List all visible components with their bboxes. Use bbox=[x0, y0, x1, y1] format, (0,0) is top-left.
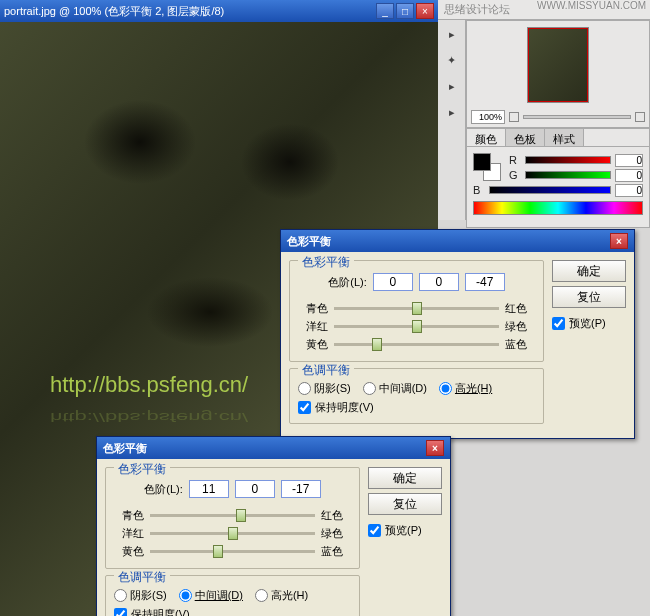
radio-shadows[interactable]: 阴影(S) bbox=[298, 381, 351, 396]
preserve-lum-checkbox[interactable] bbox=[298, 401, 311, 414]
radio-shadows[interactable]: 阴影(S) bbox=[114, 588, 167, 603]
levels-label: 色阶(L): bbox=[328, 275, 367, 290]
spectrum-strip[interactable] bbox=[473, 201, 643, 215]
slider-cr[interactable] bbox=[150, 514, 315, 517]
tab-color[interactable]: 颜色 bbox=[467, 129, 506, 146]
preview-checkbox[interactable]: 预览(P) bbox=[552, 316, 626, 331]
radio-highlights[interactable]: 高光(H) bbox=[439, 381, 492, 396]
level-input-2[interactable] bbox=[465, 273, 505, 291]
zoom-out-icon[interactable] bbox=[509, 112, 519, 122]
dialog-title: 色彩平衡 bbox=[103, 441, 147, 456]
level-input-1[interactable] bbox=[235, 480, 275, 498]
close-button[interactable]: × bbox=[416, 3, 434, 19]
preview-checkbox[interactable]: 预览(P) bbox=[368, 523, 442, 538]
color-balance-dialog-2: 色彩平衡 × 色彩平衡 色阶(L): 青色红色 洋红绿色 黄色蓝色 色调平衡 bbox=[96, 436, 451, 616]
tab-styles[interactable]: 样式 bbox=[545, 129, 584, 146]
slider-mg[interactable] bbox=[334, 325, 499, 328]
maximize-button[interactable]: □ bbox=[396, 3, 414, 19]
tone-balance-group: 色调平衡 阴影(S) 中间调(D) 高光(H) 保持明度(V) bbox=[105, 575, 360, 616]
slider-mg[interactable] bbox=[150, 532, 315, 535]
vertical-toolstrip: ▸ ✦ ▸ ▸ bbox=[438, 20, 466, 220]
dialog-title: 色彩平衡 bbox=[287, 234, 331, 249]
group-title: 色调平衡 bbox=[298, 362, 354, 379]
dialog-close-button[interactable]: × bbox=[426, 440, 444, 456]
minimize-button[interactable]: _ bbox=[376, 3, 394, 19]
ok-button[interactable]: 确定 bbox=[552, 260, 626, 282]
watermark-reflection: http://bbs.psfeng.cn/ bbox=[50, 409, 248, 425]
chevron-right-icon[interactable]: ▸ bbox=[444, 104, 460, 120]
radio-midtones[interactable]: 中间调(D) bbox=[363, 381, 427, 396]
slider-yb[interactable] bbox=[334, 343, 499, 346]
radio-midtones[interactable]: 中间调(D) bbox=[179, 588, 243, 603]
zoom-slider[interactable] bbox=[523, 115, 631, 119]
dialog-titlebar[interactable]: 色彩平衡 × bbox=[281, 230, 634, 252]
zoom-input[interactable] bbox=[471, 110, 505, 124]
preserve-lum-checkbox[interactable] bbox=[114, 608, 127, 616]
tab-swatches[interactable]: 色板 bbox=[506, 129, 545, 146]
doc-title: portrait.jpg @ 100% (色彩平衡 2, 图层蒙版/8) bbox=[4, 4, 224, 19]
levels-label: 色阶(L): bbox=[144, 482, 183, 497]
tone-balance-group: 色调平衡 阴影(S) 中间调(D) 高光(H) 保持明度(V) bbox=[289, 368, 544, 424]
navigator-panel bbox=[466, 20, 650, 128]
g-input[interactable] bbox=[615, 169, 643, 182]
dialog-close-button[interactable]: × bbox=[610, 233, 628, 249]
color-balance-dialog-1: 色彩平衡 × 色彩平衡 色阶(L): 青色红色 洋红绿色 黄色蓝色 色调平衡 bbox=[280, 229, 635, 439]
color-panel: 颜色 色板 样式 R G B bbox=[466, 128, 650, 228]
b-input[interactable] bbox=[615, 184, 643, 197]
doc-titlebar[interactable]: portrait.jpg @ 100% (色彩平衡 2, 图层蒙版/8) _ □… bbox=[0, 0, 438, 22]
ok-button[interactable]: 确定 bbox=[368, 467, 442, 489]
level-input-1[interactable] bbox=[419, 273, 459, 291]
chevron-right-icon[interactable]: ▸ bbox=[444, 26, 460, 42]
level-input-0[interactable] bbox=[189, 480, 229, 498]
group-title: 色调平衡 bbox=[114, 569, 170, 586]
color-balance-group: 色彩平衡 色阶(L): 青色红色 洋红绿色 黄色蓝色 bbox=[105, 467, 360, 569]
level-input-0[interactable] bbox=[373, 273, 413, 291]
wand-icon[interactable]: ✦ bbox=[444, 52, 460, 68]
navigator-thumb[interactable] bbox=[527, 27, 589, 103]
slider-cr[interactable] bbox=[334, 307, 499, 310]
group-title: 色彩平衡 bbox=[114, 461, 170, 478]
reset-button[interactable]: 复位 bbox=[552, 286, 626, 308]
watermark-text: http://bbs.psfeng.cn/ bbox=[50, 372, 248, 398]
zoom-in-icon[interactable] bbox=[635, 112, 645, 122]
dialog-titlebar[interactable]: 色彩平衡 × bbox=[97, 437, 450, 459]
r-input[interactable] bbox=[615, 154, 643, 167]
radio-highlights[interactable]: 高光(H) bbox=[255, 588, 308, 603]
credit-label: 思绪设计论坛 bbox=[444, 2, 510, 17]
level-input-2[interactable] bbox=[281, 480, 321, 498]
color-balance-group: 色彩平衡 色阶(L): 青色红色 洋红绿色 黄色蓝色 bbox=[289, 260, 544, 362]
slider-yb[interactable] bbox=[150, 550, 315, 553]
fg-bg-swatches[interactable] bbox=[473, 153, 501, 181]
chevron-right-icon[interactable]: ▸ bbox=[444, 78, 460, 94]
site-watermark: WWW.MISSYUAN.COM bbox=[537, 0, 646, 11]
reset-button[interactable]: 复位 bbox=[368, 493, 442, 515]
color-panel-tabs: 颜色 色板 样式 bbox=[467, 129, 649, 147]
group-title: 色彩平衡 bbox=[298, 254, 354, 271]
